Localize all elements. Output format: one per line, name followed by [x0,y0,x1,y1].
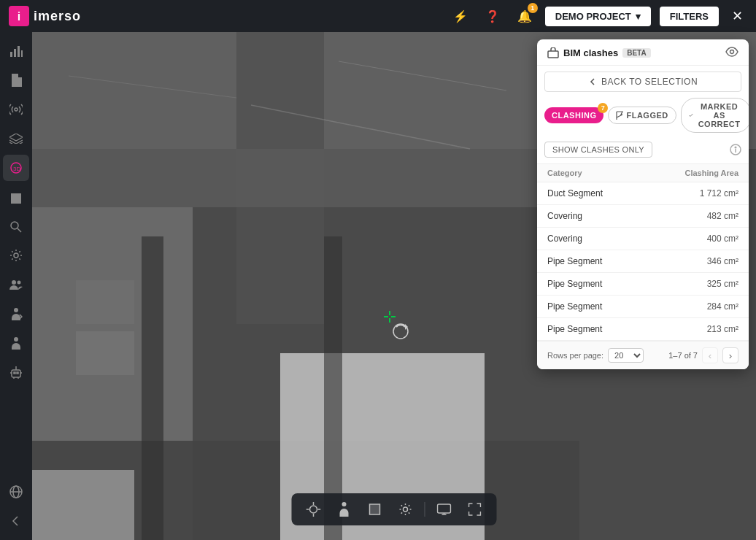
col-category-header: Category [547,169,582,177]
rows-per-page: Rows per page: 2050100 [547,348,644,363]
chevron-down-icon: ▾ [636,11,641,22]
pagination: 1–7 of 7 ‹ › [668,347,738,363]
topbar: i imerso ⚡ ❓ 🔔 1 DEMO PROJECT ▾ FILTERS … [0,0,756,32]
flagged-label: FLAGGED [626,111,668,120]
close-btn[interactable]: ✕ [728,5,747,27]
row-area-0: 1 712 cm² [700,188,738,198]
box-select-btn[interactable] [363,498,387,521]
building-icon [10,190,22,204]
tab-flagged[interactable]: FLAGGED [608,107,676,124]
svg-rect-3 [14,49,16,57]
analytics-icon [9,45,23,58]
clashing-count: 7 [598,103,608,113]
tab-clashing[interactable]: CLASHING 7 [544,107,603,123]
sidebar-item-document[interactable] [3,67,29,93]
notifications-btn[interactable]: 🔔 1 [513,4,536,28]
crosshair-btn[interactable] [302,498,325,521]
person-view-btn[interactable] [333,498,356,521]
sidebar-item-people[interactable] [3,271,29,298]
sidebar-item-robot[interactable] [3,359,29,385]
rows-per-page-select[interactable]: 2050100 [608,348,644,363]
tab-marked-correct[interactable]: MARKED AS CORRECT [681,98,749,133]
svg-rect-5 [21,50,23,57]
svg-rect-55 [438,504,451,513]
row-area-6: 213 cm² [707,324,738,334]
sidebar-item-building[interactable] [3,184,29,210]
table-row[interactable]: Pipe Segment 213 cm² [537,318,749,341]
logo: i imerso [9,6,81,26]
gear-icon [9,249,23,262]
show-clashes-only-btn[interactable]: SHOW CLASHES ONLY [544,142,652,158]
logo-text: imerso [34,9,81,24]
info-icon[interactable] [730,144,741,155]
svg-rect-29 [32,149,579,207]
table-row[interactable]: Pipe Segment 346 cm² [537,250,749,273]
bolt-btn[interactable]: ⚡ [449,4,472,28]
layers-icon [9,134,23,144]
person-down-icon [9,307,23,320]
sidebar-item-settings[interactable] [3,242,29,269]
check-icon [9,220,23,233]
svg-rect-2 [10,52,12,57]
table-row[interactable]: Covering 482 cm² [537,205,749,228]
svg-rect-12 [13,199,15,201]
broadcast-icon [9,103,23,116]
sidebar-item-globe[interactable] [3,479,29,505]
back-to-selection-btn[interactable]: BACK TO SELECTION [544,72,741,92]
logo-icon: i [9,6,29,26]
row-area-1: 482 cm² [707,211,738,221]
eye-icon[interactable] [725,47,738,59]
svg-point-47 [310,506,317,513]
prev-page-btn[interactable]: ‹ [702,347,718,363]
bim-panel-header: BIM clashes BETA [537,39,749,66]
people-icon [9,279,23,290]
svg-rect-34 [142,236,163,540]
svg-text:3D: 3D [13,166,20,172]
row-area-2: 400 cm² [707,234,738,244]
svg-point-16 [12,280,16,285]
bim-panel: BIM clashes BETA BACK TO SELECTION CLASH… [537,39,749,369]
toolbar-divider [425,502,425,517]
svg-rect-13 [17,199,19,201]
tab-row: CLASHING 7 FLAGGED MARKED AS CORRECT [537,98,749,139]
row-area-5: 284 cm² [707,301,738,312]
sidebar-item-layers[interactable] [3,126,29,152]
sidebar-item-collapse[interactable] [3,508,29,534]
help-btn[interactable]: ❓ [481,4,504,28]
table-row[interactable]: Duct Segment 1 712 cm² [537,182,749,205]
table-row[interactable]: Covering 400 cm² [537,228,749,250]
project-btn[interactable]: DEMO PROJECT ▾ [545,7,651,26]
row-category-4: Pipe Segment [547,279,602,289]
clashes-table: Category Clashing area Duct Segment 1 71… [537,163,749,369]
sidebar-item-3d[interactable]: 3D [3,155,29,181]
topbar-right: ⚡ ❓ 🔔 1 DEMO PROJECT ▾ FILTERS ✕ [449,4,747,28]
filters-label: FILTERS [670,11,709,22]
svg-point-52 [342,502,347,506]
table-row[interactable]: Pipe Segment 284 cm² [537,296,749,318]
row-category-2: Covering [547,234,582,244]
filters-btn[interactable]: FILTERS [660,7,719,26]
svg-rect-4 [18,46,20,57]
sidebar-item-person-down[interactable] [3,301,29,327]
col-clashing-area-header: Clashing area [684,169,738,177]
table-row[interactable]: Pipe Segment 325 cm² [537,273,749,296]
sidebar-item-person-up[interactable] [3,330,29,356]
back-section: BACK TO SELECTION [537,72,749,92]
expand-btn[interactable] [463,498,487,521]
notif-badge: 1 [528,3,538,13]
sidebar-item-broadcast[interactable] [3,96,29,123]
svg-point-14 [11,222,18,229]
marked-label: MARKED AS CORRECT [696,102,743,128]
row-category-3: Pipe Segment [547,256,602,266]
sidebar-item-analytics[interactable] [3,38,29,64]
sidebar-item-check[interactable] [3,213,29,239]
toolbar-settings-btn[interactable] [394,498,417,521]
show-clashes-label: SHOW CLASHES ONLY [552,145,644,154]
row-category-1: Covering [547,211,582,221]
next-page-btn[interactable]: › [722,347,738,363]
display-btn[interactable] [433,498,456,521]
svg-point-54 [404,507,408,512]
back-label: BACK TO SELECTION [601,77,698,87]
svg-rect-33 [32,470,134,540]
svg-rect-39 [76,280,134,324]
